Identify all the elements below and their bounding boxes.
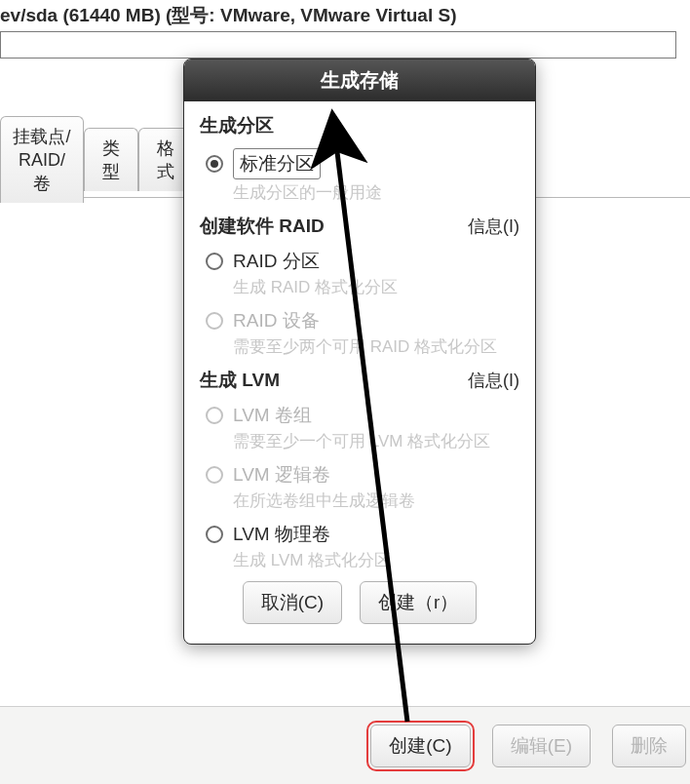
create-storage-dialog: 生成存储 生成分区 标准分区 生成分区的一般用途 创建软件 RAID 信息(I)… [183,59,536,645]
radio-icon [206,407,223,424]
radio-icon [206,155,223,173]
dialog-create-button[interactable]: 创建（r） [360,581,477,624]
device-bar [0,31,676,59]
column-type[interactable]: 类型 [84,128,138,192]
radio-icon [206,312,223,330]
lvm-pv-desc: 生成 LVM 格式化分区 [233,549,519,571]
radio-standard-partition[interactable]: 标准分区 [206,148,519,179]
radio-icon [206,526,223,543]
radio-lvm-vg-label: LVM 卷组 [233,403,312,428]
radio-raid-device-label: RAID 设备 [233,308,320,333]
section-partition-title: 生成分区 [200,113,519,138]
radio-lvm-pv[interactable]: LVM 物理卷 [206,522,519,547]
radio-raid-partition-label: RAID 分区 [233,249,320,274]
section-raid-title: 创建软件 RAID 信息(I) [200,214,519,239]
delete-button: 删除 [612,725,686,767]
dialog-title: 生成存储 [184,59,535,101]
radio-lvm-pv-label: LVM 物理卷 [233,522,330,547]
device-header: ev/sda (61440 MB) (型号: VMware, VMware Vi… [0,0,690,34]
standard-partition-desc: 生成分区的一般用途 [233,181,519,204]
dialog-button-row: 取消(C) 创建（r） [200,581,519,624]
lvm-lv-desc: 在所选卷组中生成逻辑卷 [233,490,519,512]
radio-icon [206,466,223,484]
footer-toolbar: 创建(C) 编辑(E) 删除 [0,706,690,784]
radio-lvm-lv: LVM 逻辑卷 [206,462,519,488]
create-button[interactable]: 创建(C) [370,725,470,767]
radio-lvm-vg: LVM 卷组 [206,403,519,428]
section-lvm-title: 生成 LVM 信息(I) [200,368,519,393]
lvm-info-link[interactable]: 信息(I) [468,369,519,392]
raid-info-link[interactable]: 信息(I) [468,215,519,238]
raid-device-desc: 需要至少两个可用 RAID 格式化分区 [233,335,519,358]
radio-raid-partition[interactable]: RAID 分区 [206,249,519,274]
radio-standard-partition-label: 标准分区 [233,148,321,179]
radio-lvm-lv-label: LVM 逻辑卷 [233,462,330,488]
dialog-cancel-button[interactable]: 取消(C) [243,581,342,624]
raid-partition-desc: 生成 RAID 格式化分区 [233,276,519,298]
radio-icon [206,253,223,270]
lvm-vg-desc: 需要至少一个可用 LVM 格式化分区 [233,430,519,452]
edit-button: 编辑(E) [492,725,591,767]
radio-raid-device: RAID 设备 [206,308,519,333]
column-mount-raid[interactable]: 挂载点/ RAID/卷 [0,116,84,204]
